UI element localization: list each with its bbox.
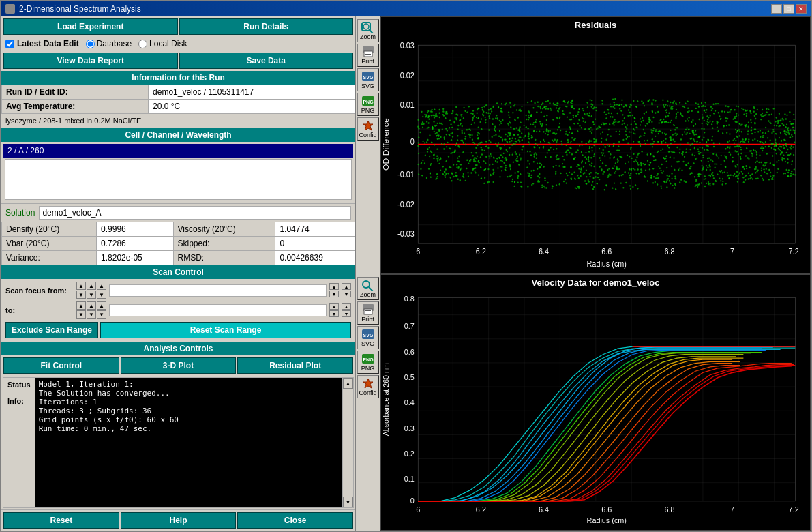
svg-point-1917 [642,163,644,164]
scan-from-down1[interactable]: ▼ [76,291,86,299]
reset-button[interactable]: Reset [3,512,119,529]
png-button-top[interactable]: PNG PNG [357,93,379,116]
svg-point-1718 [541,124,543,125]
svg-point-505 [505,165,507,166]
svg-point-1253 [730,109,731,110]
scan-to-right2[interactable]: ▼ [342,310,351,317]
svg-point-1256 [422,160,423,161]
save-data-button[interactable]: Save Data [179,53,354,69]
svg-point-434 [547,108,549,109]
scan-from-up1[interactable]: ▲ [76,282,86,290]
svg-point-63 [583,166,584,167]
svg-point-373 [512,179,513,180]
svg-point-1440 [499,147,500,149]
scan-to-arrow-up[interactable]: ▲ [329,303,339,310]
scan-to-up1[interactable]: ▲ [76,301,86,310]
svg-point-310 [746,113,747,114]
svg-point-1663 [556,141,557,143]
svg-point-1554 [597,177,599,178]
database-radio[interactable]: Database [86,39,132,48]
svg-point-1132 [665,116,666,117]
scan-from-up3[interactable]: ▲ [97,282,106,290]
help-button[interactable]: Help [121,512,237,529]
scan-from-input[interactable]: 0 [109,284,327,297]
svg-point-1915 [527,186,528,187]
svg-point-1544 [607,175,609,176]
scan-from-down2[interactable]: ▼ [87,291,96,299]
zoom-button-bottom[interactable]: Zoom [357,277,379,300]
maximize-button[interactable]: □ [783,4,794,14]
svg-point-177 [603,171,605,173]
load-experiment-button[interactable]: Load Experiment [3,18,178,35]
print-button-bottom[interactable]: Print [357,301,379,325]
svg-point-742 [537,106,539,107]
svg-point-1487 [540,108,541,109]
fit-control-button[interactable]: Fit Control [3,357,119,374]
svg-point-138 [610,103,611,104]
svg-point-1972 [530,115,532,117]
svg-point-122 [785,118,787,119]
svg-point-1037 [671,166,672,167]
png-button-bottom[interactable]: PNG PNG [357,351,379,374]
config-button-top[interactable]: Config [357,117,379,141]
svg-point-1479 [675,185,676,186]
svg-button-bottom[interactable]: SVG SVG [357,326,379,349]
scan-from-arrow-down[interactable]: ▼ [329,291,339,297]
svg-point-563 [624,117,625,119]
latest-data-edit-checkbox[interactable]: Latest Data Edit [5,39,79,48]
svg-point-51 [559,123,560,124]
residual-plot-button[interactable]: Residual Plot [237,357,353,374]
plot-3d-button[interactable]: 3-D Plot [121,357,237,374]
svg-point-672 [706,109,707,110]
scan-from-up2[interactable]: ▲ [87,282,96,290]
close-window-button[interactable]: Close [237,512,353,529]
svg-point-543 [634,169,635,171]
scan-from-arrow-up[interactable]: ▲ [329,283,339,290]
scroll-up-button[interactable]: ▲ [343,378,353,389]
svg-button-top[interactable]: SVG SVG [357,68,379,91]
scan-to-up3[interactable]: ▲ [97,301,106,310]
svg-point-949 [485,117,486,118]
scroll-down-button[interactable]: ▼ [343,497,353,507]
zoom-button-top[interactable]: Zoom [357,19,379,42]
svg-point-1304 [618,150,620,151]
svg-point-1482 [457,135,458,136]
reset-scan-range-button[interactable]: Reset Scan Range [100,322,351,338]
view-data-report-button[interactable]: View Data Report [3,53,178,69]
minimize-button[interactable]: _ [771,4,782,14]
svg-point-1851 [460,124,461,125]
svg-rect-6 [365,54,371,55]
scan-to-input[interactable]: 0 [109,304,327,316]
scan-to-down1[interactable]: ▼ [76,310,86,319]
local-disk-radio[interactable]: Local Disk [138,39,187,48]
scan-to-arrow-down[interactable]: ▼ [329,310,339,317]
svg-point-935 [432,109,433,110]
svg-point-1470 [787,175,788,177]
scan-to-down3[interactable]: ▼ [97,310,106,319]
scan-to-up2[interactable]: ▲ [87,301,96,310]
config-button-bottom[interactable]: Config [357,375,379,398]
run-details-button[interactable]: Run Details [179,18,354,35]
svg-point-421 [724,160,725,162]
exclude-scan-range-button[interactable]: Exclude Scan Range [5,322,98,338]
scan-from-right2[interactable]: ▼ [342,291,351,297]
svg-point-503 [515,127,517,128]
svg-point-933 [766,108,767,110]
svg-point-1780 [564,114,565,115]
svg-point-2002 [453,176,455,177]
svg-point-494 [600,133,601,134]
svg-point-1868 [535,152,536,153]
channel-item[interactable]: 2 / A / 260 [3,144,353,158]
scan-to-down2[interactable]: ▼ [87,310,96,319]
svg-point-1069 [502,160,503,162]
svg-point-1934 [647,153,648,155]
scan-from-right1[interactable]: ▲ [342,283,351,290]
scan-to-right1[interactable]: ▲ [342,303,351,310]
print-button-top[interactable]: Print [357,44,379,67]
svg-point-1740 [528,173,530,174]
svg-point-214 [492,164,494,165]
analysis-row: Fit Control 3-D Plot Residual Plot [1,355,355,376]
svg-point-971 [543,139,544,141]
scan-from-down3[interactable]: ▼ [97,291,106,299]
close-button[interactable]: ✕ [796,4,807,14]
